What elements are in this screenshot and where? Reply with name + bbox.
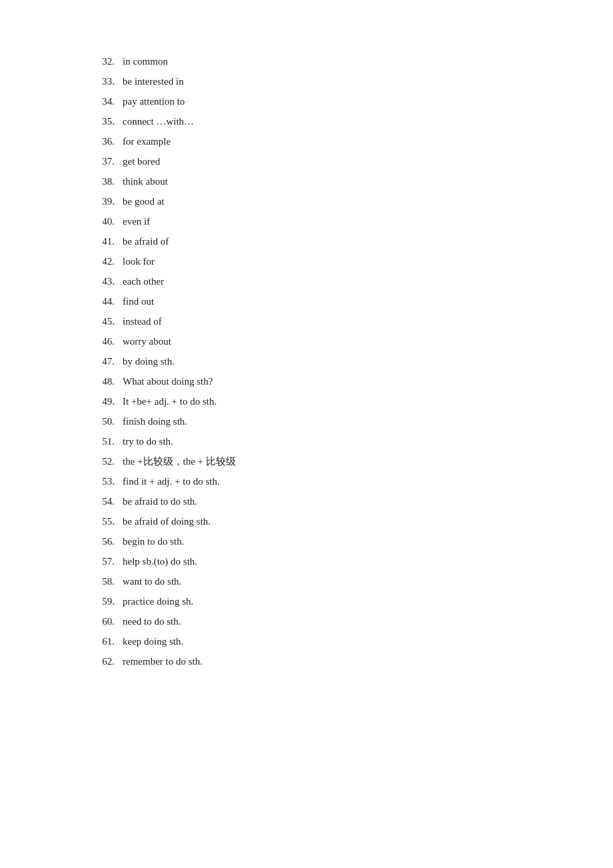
item-text: practice doing sh. [123,593,193,609]
item-text: be afraid of doing sth. [123,513,211,529]
item-number: 59. [87,593,115,609]
list-item: 56.begin to do sth. [87,533,526,549]
item-text: remember to do sth. [123,653,203,669]
list-item: 45.instead of [87,313,526,329]
item-text: for example [123,133,171,149]
item-text: need to do sth. [123,613,181,629]
item-number: 58. [87,573,115,589]
item-text: in common [123,53,168,69]
item-number: 49. [87,393,115,409]
item-text: What about doing sth? [123,373,213,389]
list-item: 43.each other [87,273,526,289]
item-text: be afraid to do sth. [123,493,197,509]
item-text: be afraid of [123,233,169,249]
item-number: 36. [87,133,115,149]
list-item: 46.worry about [87,333,526,349]
item-text: It +be+ adj. + to do sth. [123,393,217,409]
list-item: 59.practice doing sh. [87,593,526,609]
list-item: 33.be interested in [87,73,526,89]
item-text: even if [123,213,150,229]
list-item: 44.find out [87,293,526,309]
item-text: begin to do sth. [123,533,185,549]
list-item: 37.get bored [87,153,526,169]
item-text: think about [123,173,168,189]
item-number: 62. [87,653,115,669]
list-item: 32.in common [87,53,526,69]
list-item: 57.help sb.(to) do sth. [87,553,526,569]
item-text: connect …with… [123,113,194,129]
list-item: 34.pay attention to [87,93,526,109]
list-item: 51.try to do sth. [87,433,526,449]
list-item: 60.need to do sth. [87,613,526,629]
item-number: 55. [87,513,115,529]
list-item: 35.connect …with… [87,113,526,129]
list-item: 40.even if [87,213,526,229]
item-number: 42. [87,253,115,269]
list-item: 54.be afraid to do sth. [87,493,526,509]
item-number: 57. [87,553,115,569]
item-text: be good at [123,193,164,209]
item-number: 44. [87,293,115,309]
list-item: 41.be afraid of [87,233,526,249]
item-number: 45. [87,313,115,329]
item-number: 61. [87,633,115,649]
item-number: 54. [87,493,115,509]
list-item: 53.find it + adj. + to do sth. [87,473,526,489]
item-number: 41. [87,233,115,249]
item-text: each other [123,273,164,289]
item-text: the +比较级，the + 比较级 [123,453,236,469]
item-number: 38. [87,173,115,189]
item-text: find it + adj. + to do sth. [123,473,220,489]
list-item: 48.What about doing sth? [87,373,526,389]
list-item: 62.remember to do sth. [87,653,526,669]
list-item: 55.be afraid of doing sth. [87,513,526,529]
item-number: 40. [87,213,115,229]
item-number: 60. [87,613,115,629]
main-content: 32.in common33.be interested in34.pay at… [0,0,613,727]
item-number: 48. [87,373,115,389]
item-text: worry about [123,333,171,349]
item-number: 56. [87,533,115,549]
list-item: 58.want to do sth. [87,573,526,589]
item-number: 47. [87,353,115,369]
item-text: instead of [123,313,162,329]
item-text: keep doing sth. [123,633,183,649]
list-item: 49.It +be+ adj. + to do sth. [87,393,526,409]
item-number: 50. [87,413,115,429]
item-number: 46. [87,333,115,349]
item-number: 51. [87,433,115,449]
item-number: 35. [87,113,115,129]
list-item: 50.finish doing sth. [87,413,526,429]
list-item: 38.think about [87,173,526,189]
item-text: be interested in [123,73,184,89]
list-item: 52.the +比较级，the + 比较级 [87,453,526,469]
item-text: get bored [123,153,160,169]
item-text: finish doing sth. [123,413,187,429]
item-number: 52. [87,453,115,469]
item-text: help sb.(to) do sth. [123,553,197,569]
item-text: want to do sth. [123,573,181,589]
item-number: 39. [87,193,115,209]
item-text: pay attention to [123,93,185,109]
list-item: 39.be good at [87,193,526,209]
item-number: 34. [87,93,115,109]
list-item: 47.by doing sth. [87,353,526,369]
item-number: 37. [87,153,115,169]
phrase-list: 32.in common33.be interested in34.pay at… [87,53,526,669]
item-text: find out [123,293,154,309]
item-number: 53. [87,473,115,489]
list-item: 42.look for [87,253,526,269]
item-text: try to do sth. [123,433,173,449]
item-number: 32. [87,53,115,69]
list-item: 36.for example [87,133,526,149]
item-number: 43. [87,273,115,289]
item-text: by doing sth. [123,353,175,369]
item-number: 33. [87,73,115,89]
list-item: 61.keep doing sth. [87,633,526,649]
item-text: look for [123,253,155,269]
